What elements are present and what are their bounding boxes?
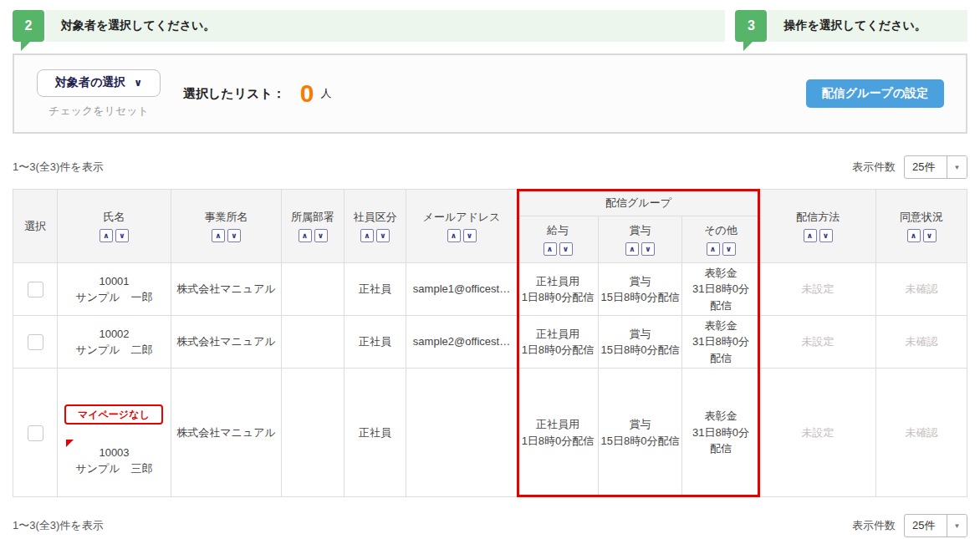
other-group-cell: 表彰金 31日8時0分 配信 [682, 316, 760, 369]
step3-banner: 3 操作を選択してください。 [735, 10, 967, 42]
col-email: メールアドレス ∧∨ [406, 190, 518, 263]
sort-desc-button-office[interactable]: ∨ [227, 229, 241, 242]
employee-type-cell: 正社員 [345, 369, 406, 497]
col-employee-type: 社員区分 ∧∨ [345, 190, 406, 263]
target-select-button-label: 対象者の選択 [55, 75, 125, 90]
page: 2 対象者を選択してください。 3 操作を選択してください。 対象者の選択 ∨ … [0, 0, 980, 539]
sort-desc-button-delivery-method[interactable]: ∨ [819, 229, 833, 242]
chevron-down-icon: ∨ [134, 77, 142, 89]
office-cell: 株式会社マニュアル [171, 263, 282, 316]
per-page-select[interactable]: 25件 ▼ [904, 155, 967, 179]
per-page-value: 25件 [905, 156, 947, 178]
per-page-control: 表示件数 25件 ▼ [852, 514, 967, 537]
email-cell [406, 369, 518, 497]
table-row: 10002サンプル 二郎 株式会社マニュアル 正社員 sample2@offic… [13, 316, 967, 369]
employee-name: サンプル 二郎 [75, 342, 152, 358]
dropdown-arrow-icon: ▼ [947, 515, 967, 536]
employee-type-cell: 正社員 [345, 316, 406, 369]
sort-desc-button-name[interactable]: ∨ [115, 229, 129, 242]
step2-banner: 2 対象者を選択してください。 [13, 10, 725, 42]
sort-asc-button-name[interactable]: ∧ [100, 229, 113, 242]
table-row: 10001サンプル 一郎 株式会社マニュアル 正社員 sample1@offic… [13, 263, 967, 316]
sort-asc-button-office[interactable]: ∧ [212, 229, 225, 242]
other-group-cell: 表彰金 31日8時0分 配信 [682, 369, 760, 497]
table-wrap: 選択 氏名 ∧∨ 事業所名 ∧∨ 所属部署 ∧∨ 社員区分 ∧∨ メールアドレス… [13, 189, 967, 497]
employee-code: 10002 [99, 326, 129, 343]
col-other: その他 ∧∨ [682, 216, 760, 263]
per-page-control: 表示件数 25件 ▼ [852, 155, 967, 179]
department-cell [282, 316, 345, 369]
employee-code: 10001 [99, 273, 129, 290]
bonus-group-cell: 賞与 15日8時0分配信 [599, 263, 682, 316]
selected-list-summary: 選択したリスト： 0 人 [183, 81, 331, 106]
consent-cell: 未確認 [876, 316, 967, 369]
table-row: マイページなし 10003 サンプル 三郎 株式会社マニュアル 正社員 正社員用… [13, 369, 967, 497]
step3-badge-wrap: 3 [735, 10, 767, 42]
sort-desc-button-consent[interactable]: ∨ [923, 229, 937, 242]
row-checkbox[interactable] [28, 282, 43, 297]
office-cell: 株式会社マニュアル [171, 316, 282, 369]
col-office: 事業所名 ∧∨ [171, 190, 282, 263]
bonus-group-cell: 賞与 15日8時0分配信 [599, 369, 682, 497]
sort-desc-button-salary[interactable]: ∨ [559, 242, 573, 256]
bonus-group-cell: 賞与 15日8時0分配信 [599, 316, 682, 369]
col-consent: 同意状況 ∧∨ [876, 190, 967, 263]
delivery-method-cell: 未設定 [760, 316, 876, 369]
row-checkbox[interactable] [28, 425, 43, 441]
employee-code: 10003 [99, 445, 129, 461]
employee-name: サンプル 三郎 [75, 460, 152, 477]
sort-desc-button-employee-type[interactable]: ∨ [376, 229, 390, 242]
sort-asc-button-email[interactable]: ∧ [447, 229, 461, 242]
sort-asc-button-other[interactable]: ∧ [707, 242, 720, 256]
delivery-method-cell: 未設定 [760, 263, 876, 316]
salary-group-cell: 正社員用 1日8時0分配信 [518, 369, 599, 497]
consent-cell: 未確認 [876, 369, 967, 497]
sort-desc-button-department[interactable]: ∨ [314, 229, 328, 242]
sort-asc-button-salary[interactable]: ∧ [544, 242, 557, 256]
distribution-group-setting-button[interactable]: 配信グループの設定 [806, 79, 944, 108]
target-select-button[interactable]: 対象者の選択 ∨ [37, 69, 161, 97]
sort-desc-button-other[interactable]: ∨ [722, 242, 736, 256]
per-page-select[interactable]: 25件 ▼ [904, 514, 967, 537]
select-stack: 対象者の選択 ∨ チェックをリセット [36, 69, 161, 119]
pagination-bottom: 1〜3(全3)件を表示 表示件数 25件 ▼ [13, 514, 967, 537]
col-bonus: 賞与 ∧∨ [599, 216, 682, 263]
sort-asc-button-consent[interactable]: ∧ [907, 229, 921, 242]
col-salary: 給与 ∧∨ [518, 216, 599, 263]
mypage-none-badge: マイページなし [64, 404, 163, 425]
target-table: 選択 氏名 ∧∨ 事業所名 ∧∨ 所属部署 ∧∨ 社員区分 ∧∨ メールアドレス… [13, 189, 967, 497]
per-page-value: 25件 [905, 515, 947, 536]
per-page-label: 表示件数 [852, 160, 896, 175]
per-page-label: 表示件数 [852, 518, 896, 533]
department-cell [282, 263, 345, 316]
sort-asc-button-bonus[interactable]: ∧ [625, 242, 639, 256]
row-checkbox[interactable] [28, 334, 43, 350]
employee-type-cell: 正社員 [345, 263, 406, 316]
sort-desc-button-email[interactable]: ∨ [463, 229, 477, 242]
sort-asc-button-delivery-method[interactable]: ∧ [804, 229, 817, 242]
salary-group-cell: 正社員用 1日8時0分配信 [518, 316, 599, 369]
step2-badge-wrap: 2 [13, 10, 44, 42]
sort-asc-button-department[interactable]: ∧ [299, 229, 312, 242]
col-select: 選択 [13, 190, 58, 263]
col-name: 氏名 ∧∨ [58, 190, 171, 263]
mypage-none-badge-tail [66, 440, 74, 447]
selected-list-label: 選択したリスト： [183, 86, 285, 102]
selection-toolbar-panel: 対象者の選択 ∨ チェックをリセット 選択したリスト： 0 人 配信グループの設… [13, 53, 967, 134]
pagination-top: 1〜3(全3)件を表示 表示件数 25件 ▼ [13, 155, 967, 179]
sort-asc-button-employee-type[interactable]: ∧ [360, 229, 374, 242]
col-delivery-method: 配信方法 ∧∨ [760, 190, 876, 263]
step3-label: 操作を選択してください。 [768, 10, 967, 42]
col-group-header: 配信グループ [518, 190, 760, 216]
salary-group-cell: 正社員用 1日8時0分配信 [518, 263, 599, 316]
dropdown-arrow-icon: ▼ [947, 156, 967, 178]
consent-cell: 未確認 [876, 263, 967, 316]
department-cell [282, 369, 345, 497]
step3-badge-tail [743, 42, 753, 51]
step2-badge-tail [21, 42, 30, 51]
sort-desc-button-bonus[interactable]: ∨ [641, 242, 655, 256]
selected-count-unit: 人 [320, 86, 331, 101]
email-cell: sample2@officest… [406, 316, 518, 369]
reset-checks-link[interactable]: チェックをリセット [48, 104, 149, 119]
col-department: 所属部署 ∧∨ [282, 190, 345, 263]
